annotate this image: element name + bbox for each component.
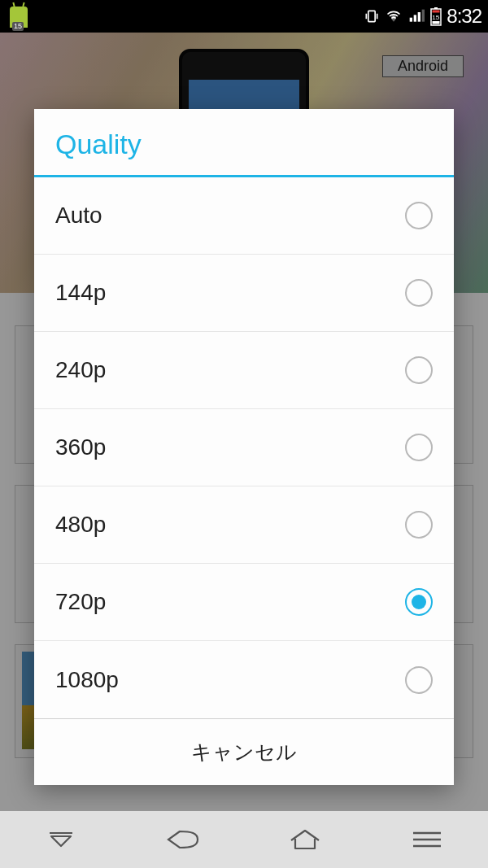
notification-badge: 15 xyxy=(12,22,24,31)
radio-icon xyxy=(405,434,433,461)
status-left: 15 xyxy=(7,5,28,28)
status-right: 15 8:32 xyxy=(364,5,481,28)
quality-option-1080p[interactable]: 1080p xyxy=(34,641,454,718)
signal-icon xyxy=(407,8,425,24)
nav-home-button[interactable] xyxy=(282,823,328,856)
svg-rect-4 xyxy=(422,10,425,22)
svg-rect-0 xyxy=(368,11,375,21)
option-label: 144p xyxy=(55,280,106,306)
battery-icon: 15 xyxy=(430,7,442,26)
radio-icon xyxy=(405,279,433,307)
nav-menu-button[interactable] xyxy=(404,823,450,856)
wifi-icon xyxy=(385,8,403,24)
radio-icon xyxy=(405,588,433,616)
quality-dialog: Quality Auto 144p 240p 360p 480p 720p 10… xyxy=(34,109,454,785)
quality-option-360p[interactable]: 360p xyxy=(34,409,454,486)
system-nav-bar xyxy=(0,811,488,868)
svg-rect-8 xyxy=(433,11,440,13)
svg-rect-7 xyxy=(433,21,440,24)
option-label: 1080p xyxy=(55,667,119,693)
nav-back-button[interactable] xyxy=(160,823,206,856)
clock: 8:32 xyxy=(447,5,481,28)
option-label: 360p xyxy=(55,434,106,460)
option-label: 720p xyxy=(55,589,106,615)
android-mascot-icon: 15 xyxy=(10,7,28,28)
svg-rect-3 xyxy=(418,12,420,22)
svg-rect-2 xyxy=(414,15,416,21)
radio-icon xyxy=(405,356,433,384)
quality-option-auto[interactable]: Auto xyxy=(34,177,454,255)
option-label: 240p xyxy=(55,357,106,383)
radio-icon xyxy=(405,511,433,539)
battery-badge: 15 xyxy=(432,14,439,21)
vibrate-icon xyxy=(364,8,380,24)
dialog-title: Quality xyxy=(34,109,454,175)
cancel-button[interactable]: キャンセル xyxy=(34,718,454,785)
option-label: Auto xyxy=(55,203,102,229)
status-bar: 15 15 8:32 xyxy=(0,0,488,33)
quality-option-144p[interactable]: 144p xyxy=(34,255,454,332)
svg-rect-1 xyxy=(410,18,412,22)
quality-option-240p[interactable]: 240p xyxy=(34,332,454,409)
svg-rect-6 xyxy=(434,7,438,9)
radio-icon xyxy=(405,202,433,229)
quality-options-list: Auto 144p 240p 360p 480p 720p 1080p xyxy=(34,177,454,718)
radio-icon xyxy=(405,666,433,694)
option-label: 480p xyxy=(55,512,106,538)
quality-option-720p[interactable]: 720p xyxy=(34,564,454,641)
quality-option-480p[interactable]: 480p xyxy=(34,486,454,564)
nav-dropdown-button[interactable] xyxy=(38,823,84,856)
